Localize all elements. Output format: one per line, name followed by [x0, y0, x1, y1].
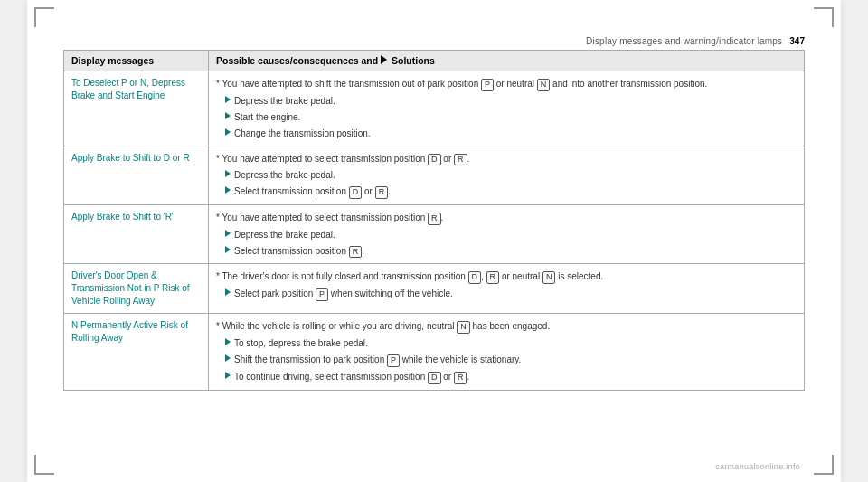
corner-mark-tl: [34, 7, 54, 27]
star-item: * The driver's door is not fully closed …: [216, 269, 797, 284]
star-item: * You have attempted to select transmiss…: [216, 152, 797, 166]
cause-cell: * You have attempted to shift the transm…: [209, 71, 805, 146]
bullet-item: Change the transmission position.: [216, 127, 797, 140]
kbd-N: N: [457, 321, 470, 334]
bullet-arrow-icon: [225, 170, 231, 177]
kbd-D: D: [349, 186, 363, 199]
cause-cell: * While the vehicle is rolling or while …: [209, 314, 805, 390]
kbd-R: R: [375, 186, 389, 199]
bullet-arrow-icon: [225, 112, 231, 119]
kbd-R: R: [428, 213, 441, 225]
message-cell: Apply Brake to Shift to 'R': [64, 205, 209, 264]
display-messages-table: Display messages Possible causes/consequ…: [63, 50, 805, 391]
table-row: Driver's Door Open & Transmission Not in…: [64, 264, 805, 314]
bullet-item: Depress the brake pedal.: [216, 168, 797, 182]
message-cell: N Permanently Active Risk of Rolling Awa…: [64, 314, 209, 390]
bullet-arrow-icon: [225, 246, 231, 253]
page-header: Display messages and warning/indicator l…: [63, 36, 805, 51]
message-cell: Apply Brake to Shift to D or R: [64, 146, 209, 204]
content-area: Display messages Possible causes/consequ…: [63, 50, 805, 446]
kbd-D: D: [428, 154, 441, 166]
star-item: * You have attempted to shift the transm…: [216, 77, 797, 91]
table-row: Apply Brake to Shift to 'R' * You have a…: [64, 205, 805, 264]
star-item: * You have attempted to select transmiss…: [216, 211, 797, 225]
bullet-arrow-icon: [225, 96, 231, 103]
kbd-P: P: [481, 79, 494, 91]
bullet-arrow-icon: [225, 354, 231, 362]
page: Display messages and warning/indicator l…: [27, 0, 841, 482]
table-row: To Deselect P or N, Depress Brake and St…: [64, 71, 805, 146]
bullet-item: Shift the transmission to park position …: [216, 353, 797, 367]
bullet-arrow-icon: [225, 338, 231, 345]
kbd-D: D: [428, 372, 441, 384]
bullet-item: Depress the brake pedal.: [216, 228, 797, 241]
message-cell: To Deselect P or N, Depress Brake and St…: [64, 71, 209, 146]
bullet-item: Select transmission position R.: [216, 244, 797, 259]
corner-mark-bl: [34, 455, 54, 475]
col2-header-text: Possible causes/consequences and: [216, 55, 378, 66]
corner-mark-br: [814, 455, 834, 475]
star-item: * While the vehicle is rolling or while …: [216, 319, 797, 334]
watermark: carmanualsonline.info: [715, 462, 800, 471]
corner-mark-tr: [814, 7, 834, 27]
cause-cell: * You have attempted to select transmiss…: [209, 146, 805, 204]
kbd-P: P: [387, 354, 400, 367]
bullet-item: To continue driving, select transmission…: [216, 370, 797, 384]
bullet-item: Start the engine.: [216, 110, 797, 124]
kbd-R: R: [454, 154, 467, 166]
table-row: Apply Brake to Shift to D or R * You hav…: [64, 146, 805, 204]
table-row: N Permanently Active Risk of Rolling Awa…: [64, 314, 805, 390]
bullet-arrow-icon: [225, 288, 231, 296]
kbd-R: R: [454, 372, 467, 384]
message-cell: Driver's Door Open & Transmission Not in…: [64, 264, 209, 314]
bullet-item: Select park position P when switching of…: [216, 287, 797, 301]
solutions-arrow-icon: [381, 55, 387, 64]
col1-header: Display messages: [64, 51, 209, 71]
bullet-arrow-icon: [225, 230, 231, 237]
col2-header: Possible causes/consequences and Solutio…: [209, 51, 805, 71]
bullet-item: Depress the brake pedal.: [216, 94, 797, 108]
bullet-item: Select transmission position D or R.: [216, 184, 797, 199]
header-text: Display messages and warning/indicator l…: [586, 36, 782, 46]
kbd-N: N: [542, 271, 556, 284]
page-number: 347: [789, 36, 805, 46]
cause-cell: * You have attempted to select transmiss…: [209, 205, 805, 264]
bullet-arrow-icon: [225, 372, 231, 379]
solutions-label: Solutions: [392, 55, 435, 66]
bullet-item: To stop, depress the brake pedal.: [216, 336, 797, 350]
kbd-P: P: [316, 288, 328, 301]
bullet-arrow-icon: [225, 128, 231, 136]
cause-cell: * The driver's door is not fully closed …: [209, 264, 805, 314]
bullet-arrow-icon: [225, 186, 231, 194]
kbd-D: D: [468, 271, 482, 284]
kbd-R: R: [486, 271, 500, 284]
kbd-R: R: [349, 246, 363, 259]
kbd-N: N: [537, 79, 551, 91]
